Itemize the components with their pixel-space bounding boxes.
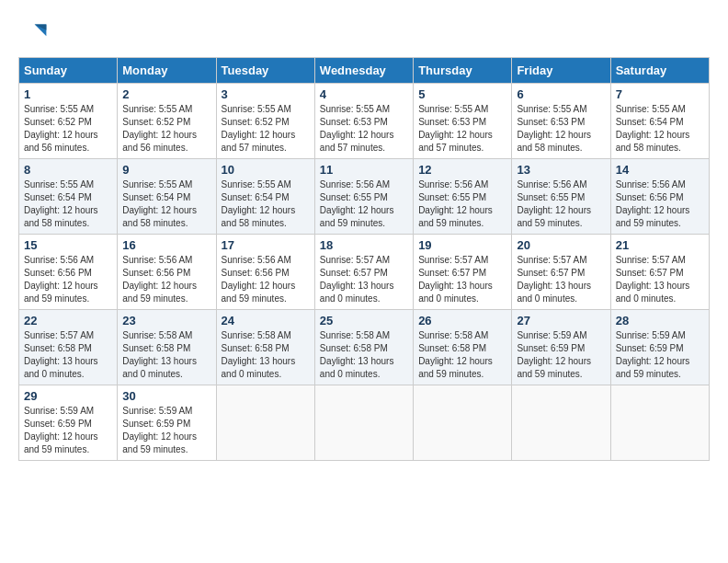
calendar-cell: 4Sunrise: 5:55 AM Sunset: 6:53 PM Daylig… <box>314 84 413 159</box>
day-info: Sunrise: 5:57 AM Sunset: 6:57 PM Dayligh… <box>517 254 605 305</box>
day-info: Sunrise: 5:57 AM Sunset: 6:58 PM Dayligh… <box>24 329 112 381</box>
calendar-cell: 20Sunrise: 5:57 AM Sunset: 6:57 PM Dayli… <box>512 235 610 310</box>
day-number: 8 <box>24 163 112 177</box>
calendar-cell: 22Sunrise: 5:57 AM Sunset: 6:58 PM Dayli… <box>19 310 118 385</box>
day-info: Sunrise: 5:56 AM Sunset: 6:55 PM Dayligh… <box>320 178 408 230</box>
calendar-cell: 10Sunrise: 5:55 AM Sunset: 6:54 PM Dayli… <box>216 159 314 235</box>
day-number: 10 <box>222 163 310 177</box>
day-info: Sunrise: 5:55 AM Sunset: 6:54 PM Dayligh… <box>222 178 310 230</box>
weekday-header: Friday <box>512 58 610 84</box>
day-info: Sunrise: 5:58 AM Sunset: 6:58 PM Dayligh… <box>418 329 506 381</box>
day-number: 22 <box>24 314 112 327</box>
day-number: 27 <box>517 314 605 327</box>
weekday-header: Sunday <box>19 58 118 84</box>
calendar-cell: 19Sunrise: 5:57 AM Sunset: 6:57 PM Dayli… <box>414 235 512 310</box>
calendar-cell: 7Sunrise: 5:55 AM Sunset: 6:54 PM Daylig… <box>610 84 709 159</box>
day-number: 7 <box>616 87 704 101</box>
calendar-cell <box>414 385 512 461</box>
calendar-cell: 27Sunrise: 5:59 AM Sunset: 6:59 PM Dayli… <box>512 310 610 385</box>
calendar-cell <box>610 385 709 461</box>
day-number: 30 <box>122 389 210 403</box>
day-info: Sunrise: 5:59 AM Sunset: 6:59 PM Dayligh… <box>616 329 704 381</box>
day-number: 18 <box>320 238 408 252</box>
calendar-week-row: 22Sunrise: 5:57 AM Sunset: 6:58 PM Dayli… <box>19 310 710 385</box>
calendar-cell: 18Sunrise: 5:57 AM Sunset: 6:57 PM Dayli… <box>314 235 413 310</box>
day-number: 11 <box>320 163 408 177</box>
day-number: 5 <box>418 87 506 101</box>
weekday-header: Wednesday <box>314 58 413 84</box>
day-info: Sunrise: 5:55 AM Sunset: 6:54 PM Dayligh… <box>616 103 704 155</box>
calendar-week-row: 1Sunrise: 5:55 AM Sunset: 6:52 PM Daylig… <box>19 84 710 159</box>
day-number: 19 <box>418 238 506 252</box>
day-number: 21 <box>616 238 704 252</box>
calendar-cell: 23Sunrise: 5:58 AM Sunset: 6:58 PM Dayli… <box>118 310 216 385</box>
day-number: 3 <box>222 87 310 101</box>
weekday-header: Saturday <box>610 58 709 84</box>
calendar-cell: 1Sunrise: 5:55 AM Sunset: 6:52 PM Daylig… <box>19 84 118 159</box>
day-info: Sunrise: 5:58 AM Sunset: 6:58 PM Dayligh… <box>122 329 210 381</box>
day-info: Sunrise: 5:57 AM Sunset: 6:57 PM Dayligh… <box>418 254 506 305</box>
calendar-cell: 14Sunrise: 5:56 AM Sunset: 6:56 PM Dayli… <box>610 159 709 235</box>
weekday-header: Monday <box>118 58 216 84</box>
calendar-cell: 30Sunrise: 5:59 AM Sunset: 6:59 PM Dayli… <box>118 385 216 461</box>
calendar-cell: 28Sunrise: 5:59 AM Sunset: 6:59 PM Dayli… <box>610 310 709 385</box>
calendar-cell: 21Sunrise: 5:57 AM Sunset: 6:57 PM Dayli… <box>610 235 709 310</box>
calendar-cell: 17Sunrise: 5:56 AM Sunset: 6:56 PM Dayli… <box>216 235 314 310</box>
day-number: 25 <box>320 314 408 327</box>
calendar-cell: 25Sunrise: 5:58 AM Sunset: 6:58 PM Dayli… <box>314 310 413 385</box>
day-number: 2 <box>122 87 210 101</box>
calendar-cell: 2Sunrise: 5:55 AM Sunset: 6:52 PM Daylig… <box>118 84 216 159</box>
day-number: 26 <box>418 314 506 327</box>
day-info: Sunrise: 5:59 AM Sunset: 6:59 PM Dayligh… <box>24 405 112 456</box>
day-number: 13 <box>517 163 605 177</box>
calendar-cell: 26Sunrise: 5:58 AM Sunset: 6:58 PM Dayli… <box>414 310 512 385</box>
calendar-cell: 29Sunrise: 5:59 AM Sunset: 6:59 PM Dayli… <box>19 385 118 461</box>
day-info: Sunrise: 5:58 AM Sunset: 6:58 PM Dayligh… <box>222 329 310 381</box>
calendar-cell: 24Sunrise: 5:58 AM Sunset: 6:58 PM Dayli… <box>216 310 314 385</box>
day-number: 20 <box>517 238 605 252</box>
day-info: Sunrise: 5:56 AM Sunset: 6:56 PM Dayligh… <box>616 178 704 230</box>
day-number: 12 <box>418 163 506 177</box>
calendar-week-row: 8Sunrise: 5:55 AM Sunset: 6:54 PM Daylig… <box>19 159 710 235</box>
calendar-cell: 5Sunrise: 5:55 AM Sunset: 6:53 PM Daylig… <box>414 84 512 159</box>
day-info: Sunrise: 5:56 AM Sunset: 6:55 PM Dayligh… <box>517 178 605 230</box>
calendar-cell: 11Sunrise: 5:56 AM Sunset: 6:55 PM Dayli… <box>314 159 413 235</box>
day-number: 6 <box>517 87 605 101</box>
header <box>18 18 710 48</box>
logo-icon <box>18 18 48 48</box>
calendar-cell: 9Sunrise: 5:55 AM Sunset: 6:54 PM Daylig… <box>118 159 216 235</box>
calendar-cell: 12Sunrise: 5:56 AM Sunset: 6:55 PM Dayli… <box>414 159 512 235</box>
day-info: Sunrise: 5:55 AM Sunset: 6:54 PM Dayligh… <box>122 178 210 230</box>
day-info: Sunrise: 5:56 AM Sunset: 6:55 PM Dayligh… <box>418 178 506 230</box>
day-info: Sunrise: 5:57 AM Sunset: 6:57 PM Dayligh… <box>616 254 704 305</box>
day-info: Sunrise: 5:59 AM Sunset: 6:59 PM Dayligh… <box>122 405 210 456</box>
day-number: 1 <box>24 87 112 101</box>
calendar-cell <box>512 385 610 461</box>
day-info: Sunrise: 5:58 AM Sunset: 6:58 PM Dayligh… <box>320 329 408 381</box>
day-info: Sunrise: 5:55 AM Sunset: 6:52 PM Dayligh… <box>222 103 310 155</box>
day-info: Sunrise: 5:55 AM Sunset: 6:52 PM Dayligh… <box>24 103 112 155</box>
day-number: 29 <box>24 389 112 403</box>
weekday-header-row: SundayMondayTuesdayWednesdayThursdayFrid… <box>19 58 710 84</box>
day-number: 28 <box>616 314 704 327</box>
logo <box>18 18 51 48</box>
day-info: Sunrise: 5:55 AM Sunset: 6:54 PM Dayligh… <box>24 178 112 230</box>
weekday-header: Thursday <box>414 58 512 84</box>
calendar-cell: 16Sunrise: 5:56 AM Sunset: 6:56 PM Dayli… <box>118 235 216 310</box>
day-number: 17 <box>222 238 310 252</box>
calendar-cell <box>216 385 314 461</box>
day-info: Sunrise: 5:55 AM Sunset: 6:52 PM Dayligh… <box>122 103 210 155</box>
day-info: Sunrise: 5:55 AM Sunset: 6:53 PM Dayligh… <box>517 103 605 155</box>
day-info: Sunrise: 5:56 AM Sunset: 6:56 PM Dayligh… <box>122 254 210 305</box>
calendar-cell <box>314 385 413 461</box>
calendar-cell: 6Sunrise: 5:55 AM Sunset: 6:53 PM Daylig… <box>512 84 610 159</box>
day-info: Sunrise: 5:56 AM Sunset: 6:56 PM Dayligh… <box>24 254 112 305</box>
weekday-header: Tuesday <box>216 58 314 84</box>
day-info: Sunrise: 5:55 AM Sunset: 6:53 PM Dayligh… <box>320 103 408 155</box>
day-info: Sunrise: 5:59 AM Sunset: 6:59 PM Dayligh… <box>517 329 605 381</box>
calendar-cell: 8Sunrise: 5:55 AM Sunset: 6:54 PM Daylig… <box>19 159 118 235</box>
calendar-table: SundayMondayTuesdayWednesdayThursdayFrid… <box>18 57 710 461</box>
calendar-week-row: 15Sunrise: 5:56 AM Sunset: 6:56 PM Dayli… <box>19 235 710 310</box>
day-number: 24 <box>222 314 310 327</box>
calendar-cell: 15Sunrise: 5:56 AM Sunset: 6:56 PM Dayli… <box>19 235 118 310</box>
